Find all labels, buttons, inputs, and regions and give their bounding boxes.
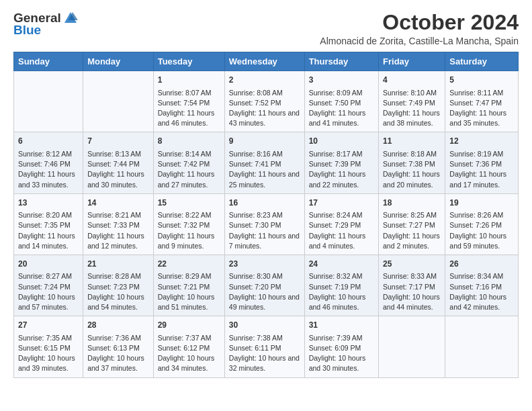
day-number: 2 bbox=[229, 75, 300, 86]
calendar-cell: 5Sunrise: 8:11 AMSunset: 7:47 PMDaylight… bbox=[445, 71, 519, 132]
week-row-3: 13Sunrise: 8:20 AMSunset: 7:35 PMDayligh… bbox=[14, 193, 519, 255]
month-title: October 2024 bbox=[320, 11, 519, 34]
calendar-cell: 3Sunrise: 8:09 AMSunset: 7:50 PMDaylight… bbox=[304, 71, 378, 132]
sunset-text: Sunset: 7:46 PM bbox=[18, 160, 71, 168]
week-row-2: 6Sunrise: 8:12 AMSunset: 7:46 PMDaylight… bbox=[14, 132, 519, 193]
daylight-text: Daylight: 11 hours and 14 minutes. bbox=[18, 232, 75, 250]
day-number: 24 bbox=[309, 259, 374, 270]
sunrise-text: Sunrise: 8:19 AM bbox=[449, 150, 503, 158]
day-header-thursday: Thursday bbox=[304, 52, 378, 71]
sunset-text: Sunset: 7:38 PM bbox=[383, 160, 435, 168]
calendar-cell: 24Sunrise: 8:32 AMSunset: 7:19 PMDayligh… bbox=[304, 255, 378, 316]
sunset-text: Sunset: 7:27 PM bbox=[383, 221, 435, 229]
day-header-sunday: Sunday bbox=[14, 52, 83, 71]
calendar-cell: 16Sunrise: 8:23 AMSunset: 7:30 PMDayligh… bbox=[224, 193, 304, 255]
sunset-text: Sunset: 7:47 PM bbox=[449, 99, 502, 107]
calendar-cell: 25Sunrise: 8:33 AMSunset: 7:17 PMDayligh… bbox=[379, 255, 445, 316]
sunrise-text: Sunrise: 8:09 AM bbox=[309, 89, 363, 97]
sunrise-text: Sunrise: 7:36 AM bbox=[87, 334, 141, 342]
calendar-cell: 23Sunrise: 8:30 AMSunset: 7:20 PMDayligh… bbox=[224, 255, 304, 316]
sunrise-text: Sunrise: 8:08 AM bbox=[229, 89, 283, 97]
sunrise-text: Sunrise: 8:27 AM bbox=[18, 272, 72, 280]
sunrise-text: Sunrise: 8:28 AM bbox=[87, 272, 141, 280]
calendar-cell bbox=[379, 316, 445, 377]
day-number: 18 bbox=[383, 197, 441, 209]
daylight-text: Daylight: 10 hours and 57 minutes. bbox=[18, 293, 75, 311]
sunrise-text: Sunrise: 8:10 AM bbox=[383, 89, 437, 97]
day-header-wednesday: Wednesday bbox=[224, 52, 304, 71]
calendar-cell: 21Sunrise: 8:28 AMSunset: 7:23 PMDayligh… bbox=[83, 255, 154, 316]
calendar-cell bbox=[83, 71, 154, 132]
sunset-text: Sunset: 7:29 PM bbox=[309, 221, 361, 229]
sunset-text: Sunset: 7:26 PM bbox=[449, 221, 502, 229]
calendar-cell: 18Sunrise: 8:25 AMSunset: 7:27 PMDayligh… bbox=[379, 193, 445, 255]
day-header-monday: Monday bbox=[83, 52, 154, 71]
title-block: October 2024 Almonacid de Zorita, Castil… bbox=[320, 11, 519, 46]
sunset-text: Sunset: 6:13 PM bbox=[87, 344, 140, 352]
calendar-cell: 26Sunrise: 8:34 AMSunset: 7:16 PMDayligh… bbox=[445, 255, 519, 316]
day-number: 25 bbox=[383, 259, 441, 270]
calendar-cell: 6Sunrise: 8:12 AMSunset: 7:46 PMDaylight… bbox=[14, 132, 83, 193]
daylight-text: Daylight: 11 hours and 9 minutes. bbox=[158, 232, 215, 250]
sunrise-text: Sunrise: 7:37 AM bbox=[158, 334, 212, 342]
daylight-text: Daylight: 10 hours and 51 minutes. bbox=[158, 293, 215, 311]
calendar-cell: 9Sunrise: 8:16 AMSunset: 7:41 PMDaylight… bbox=[224, 132, 304, 193]
sunrise-text: Sunrise: 8:11 AM bbox=[449, 89, 503, 97]
week-row-1: 1Sunrise: 8:07 AMSunset: 7:54 PMDaylight… bbox=[14, 71, 519, 132]
day-number: 13 bbox=[18, 197, 79, 209]
sunset-text: Sunset: 7:42 PM bbox=[158, 160, 210, 168]
sunset-text: Sunset: 6:09 PM bbox=[309, 344, 361, 352]
day-number: 26 bbox=[449, 259, 514, 270]
daylight-text: Daylight: 10 hours and 42 minutes. bbox=[449, 293, 506, 311]
sunset-text: Sunset: 7:21 PM bbox=[158, 283, 210, 291]
daylight-text: Daylight: 11 hours and 25 minutes. bbox=[229, 170, 300, 188]
logo-icon bbox=[63, 11, 78, 26]
calendar-cell: 11Sunrise: 8:18 AMSunset: 7:38 PMDayligh… bbox=[379, 132, 445, 193]
sunrise-text: Sunrise: 8:20 AM bbox=[18, 211, 72, 219]
sunrise-text: Sunrise: 8:30 AM bbox=[229, 272, 283, 280]
sunrise-text: Sunrise: 8:14 AM bbox=[158, 150, 212, 158]
sunset-text: Sunset: 6:11 PM bbox=[229, 344, 281, 352]
daylight-text: Daylight: 11 hours and 30 minutes. bbox=[87, 170, 144, 188]
sunset-text: Sunset: 7:52 PM bbox=[229, 99, 281, 107]
daylight-text: Daylight: 10 hours and 39 minutes. bbox=[18, 354, 75, 372]
daylight-text: Daylight: 10 hours and 34 minutes. bbox=[158, 354, 215, 372]
sunset-text: Sunset: 7:44 PM bbox=[87, 160, 140, 168]
calendar-cell: 7Sunrise: 8:13 AMSunset: 7:44 PMDaylight… bbox=[83, 132, 154, 193]
calendar-cell: 10Sunrise: 8:17 AMSunset: 7:39 PMDayligh… bbox=[304, 132, 378, 193]
sunset-text: Sunset: 7:49 PM bbox=[383, 99, 435, 107]
daylight-text: Daylight: 11 hours and 2 minutes. bbox=[383, 232, 440, 250]
sunrise-text: Sunrise: 7:39 AM bbox=[309, 334, 363, 342]
day-header-friday: Friday bbox=[379, 52, 445, 71]
calendar-cell: 27Sunrise: 7:35 AMSunset: 6:15 PMDayligh… bbox=[14, 316, 83, 377]
sunrise-text: Sunrise: 8:33 AM bbox=[383, 272, 437, 280]
daylight-text: Daylight: 11 hours and 4 minutes. bbox=[309, 232, 366, 250]
week-row-4: 20Sunrise: 8:27 AMSunset: 7:24 PMDayligh… bbox=[14, 255, 519, 316]
sunrise-text: Sunrise: 8:22 AM bbox=[158, 211, 212, 219]
sunset-text: Sunset: 7:54 PM bbox=[158, 99, 210, 107]
sunset-text: Sunset: 7:30 PM bbox=[229, 221, 281, 229]
sunset-text: Sunset: 7:24 PM bbox=[18, 283, 71, 291]
daylight-text: Daylight: 11 hours and 41 minutes. bbox=[309, 109, 366, 127]
sunset-text: Sunset: 7:39 PM bbox=[309, 160, 361, 168]
day-number: 28 bbox=[87, 320, 149, 331]
daylight-text: Daylight: 10 hours and 54 minutes. bbox=[87, 293, 144, 311]
calendar-cell: 31Sunrise: 7:39 AMSunset: 6:09 PMDayligh… bbox=[304, 316, 378, 377]
sunset-text: Sunset: 7:41 PM bbox=[229, 160, 281, 168]
daylight-text: Daylight: 11 hours and 43 minutes. bbox=[229, 109, 300, 127]
calendar-cell: 20Sunrise: 8:27 AMSunset: 7:24 PMDayligh… bbox=[14, 255, 83, 316]
day-number: 15 bbox=[158, 197, 220, 209]
sunrise-text: Sunrise: 8:29 AM bbox=[158, 272, 212, 280]
sunrise-text: Sunrise: 8:13 AM bbox=[87, 150, 141, 158]
day-number: 23 bbox=[229, 259, 300, 270]
sunset-text: Sunset: 6:15 PM bbox=[18, 344, 71, 352]
calendar-cell: 14Sunrise: 8:21 AMSunset: 7:33 PMDayligh… bbox=[83, 193, 154, 255]
sunrise-text: Sunrise: 8:16 AM bbox=[229, 150, 283, 158]
logo: General Blue bbox=[13, 11, 78, 38]
daylight-text: Daylight: 10 hours and 46 minutes. bbox=[309, 293, 366, 311]
daylight-text: Daylight: 11 hours and 33 minutes. bbox=[18, 170, 75, 188]
calendar-cell: 8Sunrise: 8:14 AMSunset: 7:42 PMDaylight… bbox=[153, 132, 224, 193]
sunrise-text: Sunrise: 8:07 AM bbox=[158, 89, 212, 97]
calendar-cell: 28Sunrise: 7:36 AMSunset: 6:13 PMDayligh… bbox=[83, 316, 154, 377]
sunset-text: Sunset: 7:16 PM bbox=[449, 283, 502, 291]
